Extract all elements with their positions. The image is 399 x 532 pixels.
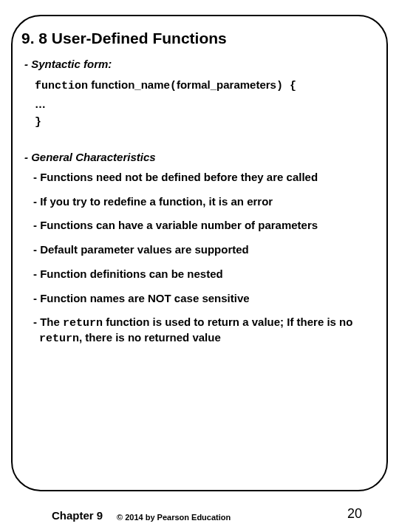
text: , there is no returned value xyxy=(79,331,221,344)
slide-title: 9. 8 User-Defined Functions xyxy=(21,30,378,47)
formal-parameters: formal_parameters xyxy=(177,78,276,91)
code-close-brace: } xyxy=(35,115,378,130)
bullet-return: - The return function is used to return … xyxy=(33,316,378,347)
keyword-function: function xyxy=(35,80,88,92)
text: - The xyxy=(33,316,63,328)
text: function is used to return a value; If t… xyxy=(103,316,352,328)
bullet-item: - Function definitions can be nested xyxy=(33,267,378,282)
keyword-return: return xyxy=(63,317,103,330)
slide-frame: 9. 8 User-Defined Functions - Syntactic … xyxy=(11,15,388,491)
bullet-item: - Functions need not be defined before t… xyxy=(33,171,378,185)
bullet-item: - Default parameter values are supported xyxy=(33,243,378,257)
function-name: function_name xyxy=(88,78,170,91)
syntactic-form-label: - Syntactic form: xyxy=(24,58,378,70)
footer: Chapter 9 © 2014 by Pearson Education 20 xyxy=(0,499,399,522)
keyword-return: return xyxy=(39,332,79,345)
code-line-1: function function_name(formal_parameters… xyxy=(35,78,378,94)
code-ellipsis: … xyxy=(35,97,378,112)
rparen-brace: ) { xyxy=(276,80,296,92)
copyright-text: © 2014 by Pearson Education xyxy=(117,513,231,522)
page-number: 20 xyxy=(347,506,362,522)
bullet-item: - Function names are NOT case sensitive xyxy=(33,292,378,306)
chapter-label: Chapter 9 xyxy=(52,509,103,522)
bullet-item: - Functions can have a variable number o… xyxy=(33,219,378,233)
general-characteristics-label: - General Characteristics xyxy=(24,151,378,163)
bullet-item: - If you try to redefine a function, it … xyxy=(33,195,378,209)
lparen: ( xyxy=(170,80,177,92)
